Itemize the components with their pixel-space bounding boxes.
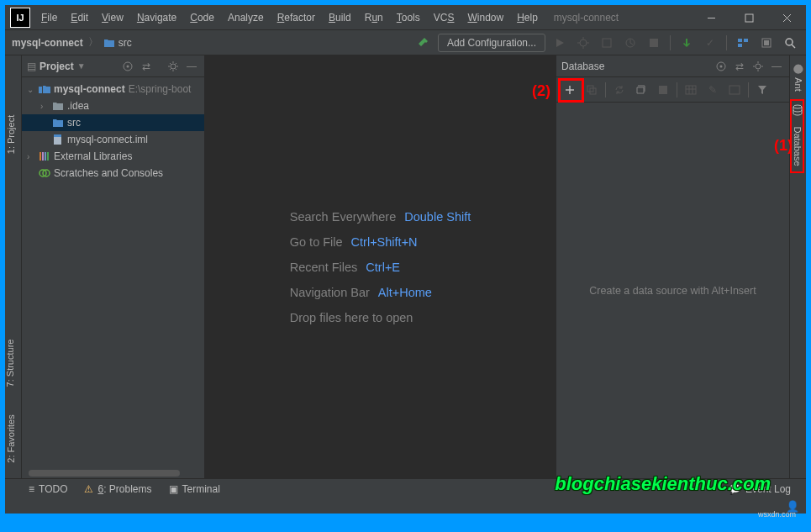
menu-window[interactable]: Window <box>461 5 509 30</box>
scratches-icon <box>39 168 50 178</box>
expand-icon[interactable]: ⇄ <box>732 59 747 74</box>
run-icon[interactable] <box>550 34 569 52</box>
menu-navigate[interactable]: Navigate <box>131 5 182 30</box>
menu-tools[interactable]: Tools <box>391 5 426 30</box>
scroll-from-source-icon[interactable] <box>714 59 729 74</box>
tree-row-src[interactable]: › src <box>22 114 204 131</box>
menu-code[interactable]: Code <box>184 5 220 30</box>
project-tree[interactable]: ⌄ mysql-connect E:\spring-boot › .idea ›… <box>22 77 204 478</box>
breadcrumb-item[interactable]: src <box>103 37 132 49</box>
menu-view[interactable]: View <box>96 5 129 30</box>
filter-icon[interactable] <box>752 80 772 100</box>
vcs-update-icon[interactable] <box>677 34 696 52</box>
svg-rect-33 <box>39 152 41 161</box>
tool-tab-ant[interactable]: ⬤ Ant <box>793 64 804 92</box>
database-icon <box>793 104 803 116</box>
tool-tab-favorites[interactable]: 2: Favorites <box>6 414 16 462</box>
menu-file[interactable]: File <box>35 5 63 30</box>
svg-point-40 <box>720 65 723 67</box>
tip-label: Search Everywhere <box>290 210 397 224</box>
menu-edit[interactable]: Edit <box>65 5 94 30</box>
status-problems[interactable]: ⚠6: Problems <box>76 483 160 495</box>
project-structure-icon[interactable] <box>734 34 752 52</box>
expand-all-icon[interactable]: ⇄ <box>139 59 154 74</box>
svg-point-20 <box>127 65 129 67</box>
svg-rect-1 <box>745 14 753 22</box>
separator <box>605 82 606 97</box>
database-panel-title: Database <box>561 61 710 72</box>
titlebar: IJ File Edit View Navigate Code Analyze … <box>5 5 806 30</box>
menu-help[interactable]: Help <box>511 5 544 30</box>
bottom-strip: 👤 <box>5 498 806 514</box>
editor-area[interactable]: Search Everywhere Double Shift Go to Fil… <box>205 55 556 478</box>
hide-icon[interactable]: — <box>184 59 199 74</box>
tree-label: External Libraries <box>54 150 132 162</box>
stop-icon[interactable] <box>645 34 663 52</box>
stop-icon[interactable] <box>653 80 673 100</box>
duplicate-icon[interactable] <box>582 80 602 100</box>
close-button[interactable] <box>768 5 806 30</box>
profile-icon[interactable] <box>621 34 640 52</box>
maximize-button[interactable] <box>730 5 768 30</box>
tool-tab-database[interactable]: Database <box>790 99 804 173</box>
coverage-icon[interactable] <box>598 34 616 52</box>
database-panel-header: Database ⇄ — <box>556 55 789 77</box>
add-configuration-button[interactable]: Add Configuration... <box>438 34 545 52</box>
svg-rect-36 <box>47 152 49 161</box>
jump-to-console-icon[interactable] <box>631 80 651 100</box>
collapse-all-icon[interactable] <box>157 59 162 74</box>
menu-analyze[interactable]: Analyze <box>222 5 270 30</box>
tree-row-external-libraries[interactable]: › External Libraries <box>22 148 204 165</box>
menu-vcs[interactable]: VCS <box>428 5 461 30</box>
status-todo[interactable]: ≡TODO <box>12 483 76 495</box>
annotation-highlight-box <box>558 78 584 103</box>
edit-icon[interactable]: ✎ <box>703 80 723 100</box>
folder-icon <box>52 101 64 111</box>
hide-icon[interactable]: — <box>769 59 784 74</box>
svg-rect-50 <box>659 86 667 94</box>
problems-icon: ⚠ <box>84 483 93 495</box>
search-icon[interactable] <box>781 34 799 52</box>
window-controls <box>693 5 806 29</box>
svg-rect-16 <box>764 40 769 45</box>
build-hammer-icon[interactable] <box>414 34 433 52</box>
title-project-name: mysql-connect <box>554 12 619 24</box>
select-open-file-icon[interactable] <box>120 59 135 74</box>
tool-tab-project[interactable]: 1: Project <box>6 115 16 154</box>
chevron-down-icon: ⌄ <box>27 85 35 94</box>
navigation-bar: mysql-connect 〉 src Add Configuration...… <box>5 30 806 55</box>
tool-tab-structure[interactable]: 7: Structure <box>5 340 15 387</box>
main-menu-bar: File Edit View Navigate Code Analyze Ref… <box>35 5 693 29</box>
project-view-icon: ▤ <box>27 61 36 72</box>
menu-run[interactable]: Run <box>359 5 389 30</box>
minimize-button[interactable] <box>693 5 730 30</box>
tip-label: Navigation Bar <box>290 286 370 299</box>
tree-row-scratches[interactable]: › Scratches and Consoles <box>22 165 204 182</box>
table-icon[interactable] <box>681 80 701 100</box>
tree-row-idea[interactable]: › .idea <box>22 97 204 114</box>
horizontal-scrollbar-thumb[interactable] <box>29 470 180 477</box>
project-panel-title[interactable]: Project ▼ <box>39 61 117 72</box>
svg-rect-32 <box>54 134 61 137</box>
svg-point-4 <box>580 40 587 46</box>
vcs-commit-icon[interactable]: ✓ <box>701 34 719 52</box>
tree-row-project-root[interactable]: ⌄ mysql-connect E:\spring-boot <box>22 81 204 97</box>
gear-icon[interactable] <box>750 59 766 74</box>
breadcrumb-root[interactable]: mysql-connect <box>12 37 83 49</box>
refresh-icon[interactable] <box>609 80 629 100</box>
tree-label: .idea <box>67 100 89 112</box>
chevron-down-icon: ▼ <box>77 61 86 71</box>
ddl-icon[interactable] <box>724 80 745 100</box>
menu-build[interactable]: Build <box>323 5 357 30</box>
separator <box>726 35 727 50</box>
hide-windows-icon[interactable] <box>757 34 776 52</box>
database-toolbar: ✎ <box>556 77 789 103</box>
site-watermark: wsxdn.com <box>758 510 796 519</box>
editor-tips: Search Everywhere Double Shift Go to Fil… <box>290 198 471 336</box>
tree-row-iml[interactable]: › mysql-connect.iml <box>22 131 204 148</box>
svg-point-56 <box>793 105 802 108</box>
status-terminal[interactable]: ▣Terminal <box>161 483 229 495</box>
gear-icon[interactable] <box>166 59 181 74</box>
debug-icon[interactable] <box>574 34 592 52</box>
menu-refactor[interactable]: Refactor <box>271 5 321 30</box>
